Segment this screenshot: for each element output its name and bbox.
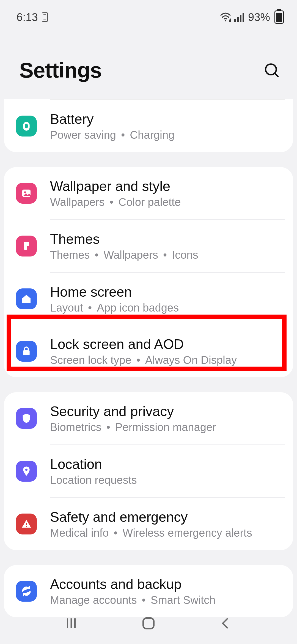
battery-icon	[274, 10, 284, 24]
settings-list: Battery Power saving•Charging Wallpaper …	[0, 99, 297, 634]
row-title: Location	[50, 456, 284, 472]
row-labels: Accounts and backup Manage accounts•Smar…	[50, 576, 284, 606]
settings-group: Security and privacy Biometrics•Permissi…	[4, 392, 293, 550]
settings-row-themes[interactable]: Themes Themes•Wallpapers•Icons	[4, 220, 293, 272]
settings-group: Battery Power saving•Charging	[4, 99, 293, 152]
svg-rect-2	[237, 17, 239, 22]
recents-button[interactable]	[64, 616, 79, 631]
row-subtitle: Location requests	[50, 474, 284, 486]
lock-icon	[16, 341, 37, 362]
row-labels: Home screen Layout•App icon badges	[50, 284, 284, 314]
row-title: Safety and emergency	[50, 509, 284, 525]
row-subtitle: Wallpapers•Color palette	[50, 196, 284, 208]
battery-icon	[16, 116, 37, 137]
svg-line-6	[275, 73, 278, 77]
battery-percent: 93%	[248, 11, 270, 23]
svg-rect-1	[234, 19, 236, 22]
svg-rect-9	[23, 350, 29, 355]
back-button[interactable]	[218, 616, 233, 631]
row-labels: Location Location requests	[50, 456, 284, 486]
row-labels: Battery Power saving•Charging	[50, 111, 284, 141]
settings-row-lock-screen[interactable]: Lock screen and AOD Screen lock type•Alw…	[4, 325, 293, 377]
row-subtitle: Biometrics•Permission manager	[50, 421, 284, 433]
row-title: Battery	[50, 111, 284, 127]
location-icon	[16, 461, 37, 482]
row-subtitle: Screen lock type•Always On Display	[50, 354, 284, 366]
page-title: Settings	[19, 58, 102, 83]
row-title: Themes	[50, 231, 284, 247]
settings-row-battery[interactable]: Battery Power saving•Charging	[4, 100, 293, 152]
svg-rect-12	[26, 526, 27, 527]
status-right: 93%	[219, 10, 284, 24]
system-nav-bar	[0, 608, 297, 644]
settings-group: Wallpaper and style Wallpapers•Color pal…	[4, 167, 293, 377]
row-title: Wallpaper and style	[50, 178, 284, 194]
svg-point-5	[266, 64, 276, 75]
svg-rect-3	[240, 15, 241, 22]
svg-point-10	[25, 469, 28, 471]
home-icon	[16, 288, 37, 309]
settings-row-wallpaper[interactable]: Wallpaper and style Wallpapers•Color pal…	[4, 167, 293, 219]
signal-icon	[234, 12, 245, 22]
svg-point-0	[225, 20, 226, 21]
search-icon[interactable]	[263, 62, 280, 79]
row-labels: Wallpaper and style Wallpapers•Color pal…	[50, 178, 284, 208]
alert-icon	[16, 514, 37, 534]
brush-icon	[16, 236, 37, 256]
row-labels: Themes Themes•Wallpapers•Icons	[50, 231, 284, 261]
image-icon	[16, 183, 37, 204]
row-title: Accounts and backup	[50, 576, 284, 592]
sim-icon	[42, 12, 48, 22]
settings-row-home-screen[interactable]: Home screen Layout•App icon badges	[4, 273, 293, 325]
row-labels: Safety and emergency Medical info•Wirele…	[50, 509, 284, 539]
svg-rect-4	[243, 13, 244, 22]
row-labels: Lock screen and AOD Screen lock type•Alw…	[50, 336, 284, 366]
row-subtitle: Layout•App icon badges	[50, 302, 284, 314]
settings-row-security[interactable]: Security and privacy Biometrics•Permissi…	[4, 392, 293, 444]
row-title: Security and privacy	[50, 403, 284, 419]
shield-icon	[16, 408, 37, 429]
wifi-icon	[219, 12, 232, 22]
page-header: Settings	[0, 28, 297, 99]
status-left: 6:13	[16, 11, 48, 23]
settings-row-location[interactable]: Location Location requests	[4, 445, 293, 497]
row-subtitle: Manage accounts•Smart Switch	[50, 594, 284, 606]
row-title: Home screen	[50, 284, 284, 300]
home-button[interactable]	[141, 615, 156, 631]
row-labels: Security and privacy Biometrics•Permissi…	[50, 403, 284, 433]
sync-icon	[16, 581, 37, 602]
svg-rect-11	[26, 523, 27, 525]
row-subtitle: Power saving•Charging	[50, 129, 284, 141]
row-subtitle: Medical info•Wireless emergency alerts	[50, 527, 284, 539]
svg-rect-16	[143, 618, 154, 629]
row-title: Lock screen and AOD	[50, 336, 284, 352]
row-subtitle: Themes•Wallpapers•Icons	[50, 249, 284, 261]
svg-point-8	[24, 191, 26, 193]
settings-row-safety[interactable]: Safety and emergency Medical info•Wirele…	[4, 498, 293, 550]
status-time: 6:13	[16, 11, 38, 23]
status-bar: 6:13 93%	[0, 0, 297, 28]
